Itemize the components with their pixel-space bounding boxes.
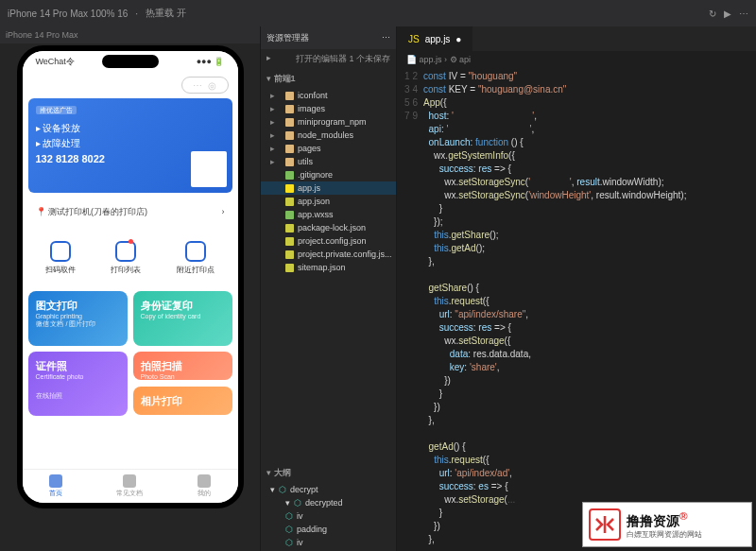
file-utils[interactable]: ▸utils (261, 155, 396, 168)
simulator-device: iPhone 14 Pro Max (6, 30, 78, 40)
scan-icon (50, 241, 71, 262)
file-pages[interactable]: ▸pages (261, 142, 396, 155)
file-project.config.json[interactable]: project.config.json (261, 234, 396, 248)
file-package-lock.json[interactable]: package-lock.json (261, 221, 396, 234)
file-.gitignore[interactable]: .gitignore (261, 168, 396, 181)
tab-home[interactable]: 首页 (49, 474, 62, 498)
outline-decrypted[interactable]: ▾ ⬡ decrypted (261, 496, 396, 509)
miniprogram-header: ⋯◎ (23, 72, 238, 98)
explorer-panel: 资源管理器 ⋯ ▸打开的编辑器 1 个未保存 ▾ 前端1 ▸iconfont▸i… (260, 26, 397, 551)
action-row: 扫码取件 打印列表 附近打印点 (28, 231, 232, 285)
editor-tabs: JS app.js ● (397, 26, 756, 51)
file-icon (285, 264, 294, 272)
toolbar-icon[interactable]: ↻ (709, 9, 716, 19)
file-icon (285, 184, 294, 193)
outline-decrypt[interactable]: ▾ ⬡ decrypt (261, 483, 396, 496)
explorer-action-icon[interactable]: ⋯ (382, 33, 390, 43)
file-icon (285, 171, 294, 180)
folder-icon (285, 105, 294, 113)
toolbar-icon[interactable]: ⋯ (739, 9, 748, 19)
breadcrumb[interactable]: 📄 app.js › ⚙ api (397, 51, 756, 68)
file-app.wxss[interactable]: app.wxss (261, 208, 396, 221)
card-cert-photo[interactable]: 证件照Certificate photo在线拍照 (28, 352, 128, 416)
file-iconfont[interactable]: ▸iconfont (261, 89, 396, 102)
file-icon (285, 250, 294, 259)
open-editors-header[interactable]: ▸打开的编辑器 1 个未保存 (261, 49, 396, 69)
action-scan[interactable]: 扫码取件 (45, 241, 76, 275)
status-bar: WeChat令 ●●● 🔋 (23, 51, 238, 72)
watermark-logo-icon (589, 508, 621, 541)
js-file-icon: JS (408, 34, 420, 44)
file-app.js[interactable]: app.js (261, 181, 396, 195)
hot-reload-label[interactable]: 热重载 开 (146, 7, 186, 20)
outline-iv[interactable]: ⬡ iv (261, 536, 396, 549)
folder-icon (285, 118, 294, 127)
notch (102, 55, 159, 68)
ide-top-toolbar: iPhone 14 Pro Max 100% 16 · 热重载 开 ↻ ▶ ⋯ (0, 0, 756, 26)
card-id-copy[interactable]: 身份证复印Copy of identity card (133, 291, 232, 346)
outline-iv[interactable]: ⬡ iv (261, 509, 396, 523)
file-project.private.config.js...[interactable]: project.private.config.js... (261, 248, 396, 261)
file-images[interactable]: ▸images (261, 102, 396, 115)
tab-docs[interactable]: 常见文档 (116, 474, 143, 498)
action-nearby[interactable]: 附近打印点 (177, 241, 215, 275)
store-selector[interactable]: 📍 测试打印机(刀春的打印店)› (28, 198, 232, 225)
folder-icon (285, 131, 294, 140)
outline-header[interactable]: ▾ 大纲 (261, 463, 396, 483)
file-sitemap.json[interactable]: sitemap.json (261, 261, 396, 274)
tab-mine[interactable]: 我的 (198, 474, 211, 498)
qr-code-icon (191, 151, 227, 187)
banner-tag: 推优选广告 (36, 106, 77, 114)
file-app.json[interactable]: app.json (261, 195, 396, 208)
card-photo-print[interactable]: 相片打印 (133, 387, 232, 415)
folder-icon (285, 92, 294, 100)
simulator-panel: iPhone 14 Pro Max WeChat令 ●●● 🔋 ⋯◎ 推优选广告… (0, 26, 260, 551)
outline-padding[interactable]: ⬡ padding (261, 523, 396, 536)
toolbar-icon[interactable]: ▶ (724, 9, 731, 19)
watermark-overlay: 撸撸资源® 白嫖互联网资源的网站 (582, 502, 752, 547)
tab-app-js[interactable]: JS app.js ● (397, 26, 473, 51)
file-node_modules[interactable]: ▸node_modules (261, 129, 396, 142)
card-photo-scan[interactable]: 拍照扫描Photo Scan (133, 352, 232, 380)
folder-icon (285, 158, 294, 166)
location-icon (185, 241, 206, 262)
file-icon (285, 198, 294, 206)
dirty-indicator: ● (455, 34, 461, 44)
editor-panel: JS app.js ● 📄 app.js › ⚙ api 1 2 3 4 5 6… (397, 26, 756, 551)
code-area[interactable]: 1 2 3 4 5 6 7 9 const IV = "houguang" co… (397, 68, 756, 551)
action-list[interactable]: 打印列表 (111, 241, 141, 275)
project-root[interactable]: ▾ 前端1 (261, 69, 396, 89)
promo-banner[interactable]: 推优选广告 ▸ 设备投放 ▸ 故障处理 132 8128 8022 (28, 98, 232, 193)
explorer-title: 资源管理器 (266, 32, 309, 44)
device-info: iPhone 14 Pro Max 100% 16 (8, 9, 128, 19)
outline-tree: ▾ ⬡ decrypt▾ ⬡ decrypted⬡ iv⬡ padding⬡ i… (261, 483, 396, 549)
file-icon (285, 224, 294, 232)
tab-bar: 首页 常见文档 我的 (23, 469, 238, 503)
file-miniprogram_npm[interactable]: ▸miniprogram_npm (261, 115, 396, 129)
file-icon (285, 237, 294, 246)
list-icon (115, 241, 136, 262)
folder-icon (285, 145, 294, 153)
capsule-button[interactable]: ⋯◎ (181, 77, 229, 94)
phone-frame: WeChat令 ●●● 🔋 ⋯◎ 推优选广告 ▸ 设备投放 ▸ 故障处理 132… (17, 45, 244, 508)
file-tree: ▸iconfont▸images▸miniprogram_npm▸node_mo… (261, 89, 396, 274)
file-icon (285, 211, 294, 219)
card-graphic-print[interactable]: 图文打印Graphic printing微信 文档 / 图片打印 (28, 291, 128, 346)
